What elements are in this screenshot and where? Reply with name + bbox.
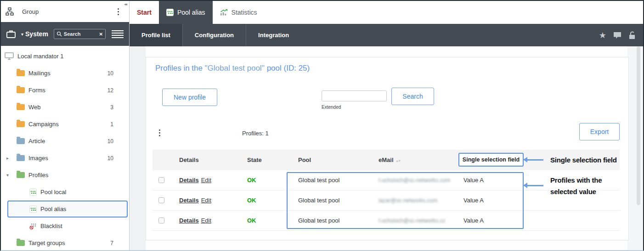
details-link[interactable]: Details (179, 177, 199, 184)
value-cell: Value A (463, 197, 528, 204)
tab-bar: Start Pool alias Statistics (130, 1, 643, 24)
subtab-integration[interactable]: Integration (246, 24, 301, 46)
subtab-configuration[interactable]: Configuration (182, 24, 246, 46)
col-details[interactable]: Details (179, 156, 247, 163)
tree-item-images[interactable]: ▸ Images 10 (1, 150, 129, 167)
star-icon[interactable]: ★ (599, 31, 606, 39)
col-pool[interactable]: Pool (298, 156, 378, 163)
export-button[interactable]: Export (579, 123, 620, 140)
row-checkbox[interactable] (158, 218, 164, 223)
pool-icon (29, 206, 37, 213)
folder-icon (17, 104, 25, 110)
sort-icons[interactable]: ▴▾ (396, 159, 401, 163)
main-panel: Profiles in the "Global test pool" pool … (130, 46, 643, 250)
collapse-chevron-icon[interactable]: ▾ (5, 173, 17, 178)
pool-cell: Global test pool (298, 177, 378, 184)
folder-icon (17, 138, 25, 144)
comment-icon[interactable] (613, 32, 621, 39)
details-link[interactable]: Details (179, 217, 199, 224)
pool-cell: Global test pool (298, 217, 378, 224)
state-badge: OK (247, 217, 298, 224)
email-cell: f.uchsloch@sc-networks.cz (378, 218, 463, 224)
scrollbar-thumb[interactable] (637, 46, 640, 205)
sub-tab-bar: Profile list Configuration Integration ★ (130, 24, 643, 46)
app-window: Group ◂◂ ▾ System ✕ (0, 0, 644, 251)
folder-icon (17, 121, 25, 127)
blacklist-icon (29, 223, 37, 230)
statistics-chart-icon (220, 9, 228, 16)
unlock-icon[interactable] (628, 31, 636, 39)
client-selector[interactable]: System (25, 30, 48, 38)
page-title: Profiles in the "Global test pool" pool … (155, 64, 310, 73)
folder-icon (17, 87, 25, 93)
search-button[interactable]: Search (391, 88, 434, 105)
extended-search-link[interactable]: Extended (322, 105, 341, 110)
row-checkbox[interactable] (158, 177, 164, 183)
table-row[interactable]: DetailsEdit OK Global test pool f.uchslo… (153, 170, 620, 190)
profiles-card: Profiles in the "Global test pool" pool … (146, 57, 629, 240)
folder-icon (17, 155, 25, 161)
sidebar-toolbar: ▾ System ✕ (1, 22, 129, 46)
edit-link[interactable]: Edit (201, 177, 211, 184)
annotation-arrow-icon (527, 159, 543, 161)
tree-item-pool-local[interactable]: Pool local (1, 184, 129, 201)
pool-name: "Global test pool" (205, 64, 265, 73)
details-link[interactable]: Details (179, 197, 199, 204)
subtab-profile-list[interactable]: Profile list (130, 24, 182, 46)
search-icon (56, 31, 62, 37)
row-checkbox[interactable] (158, 197, 164, 203)
single-selection-field-header[interactable]: Single selection field (458, 153, 524, 167)
tab-statistics[interactable]: Statistics (213, 1, 265, 24)
group-label: Group (22, 8, 39, 15)
table-row[interactable]: DetailsEdit OK Global test pool f.uchslo… (153, 211, 620, 231)
tree-item-pool-alias[interactable]: Pool alias (7, 201, 128, 218)
tree-item-campaigns[interactable]: Campaigns 1 (1, 116, 129, 133)
edit-link[interactable]: Edit (201, 197, 211, 204)
hamburger-menu-icon[interactable] (112, 30, 124, 38)
folder-icon (17, 70, 25, 76)
profiles-table: Details State Pool eMail▴▾ Single select… (153, 150, 620, 231)
edit-link[interactable]: Edit (201, 217, 211, 224)
tree-item-forms[interactable]: Forms 12 (1, 82, 129, 99)
tree-root-local-mandator[interactable]: Local mandator 1 (1, 48, 129, 65)
pool-icon (166, 9, 174, 16)
tree-item-web[interactable]: Web 3 (1, 99, 129, 116)
briefcase-icon[interactable] (6, 30, 16, 38)
pool-icon (29, 189, 37, 196)
sidebar-header: Group ◂◂ (1, 1, 129, 22)
content-area: Start Pool alias Statistics Profile list… (130, 1, 643, 250)
tree-item-mailings[interactable]: Mailings 10 (1, 65, 129, 82)
org-chart-icon (6, 7, 14, 16)
toolbar-icons: ★ (599, 24, 643, 46)
collapse-sidebar-icon[interactable]: ◂◂ (124, 2, 126, 6)
scrollbar-track (627, 46, 643, 250)
sidebar-menu-kebab-icon[interactable] (118, 8, 119, 10)
table-header-row: Details State Pool eMail▴▾ Single select… (153, 150, 620, 170)
expand-chevron-icon[interactable]: ▸ (5, 156, 17, 161)
sidebar-search-box: ✕ (54, 29, 106, 39)
folder-icon (17, 240, 25, 246)
tab-start[interactable]: Start (130, 1, 159, 24)
monitor-icon (5, 52, 14, 60)
col-email[interactable]: eMail▴▾ (378, 156, 463, 163)
profile-search-input[interactable] (322, 90, 387, 101)
new-profile-button[interactable]: New profile (162, 89, 217, 106)
folder-tree: Local mandator 1 Mailings 10 Forms 12 We… (1, 46, 129, 250)
col-state[interactable]: State (247, 156, 298, 163)
chevron-down-icon[interactable]: ▾ (21, 32, 23, 37)
pool-cell: Global test pool (298, 197, 378, 204)
email-cell: lazar@sc-networks.com (378, 197, 463, 204)
tree-item-profiles[interactable]: ▾ Profiles (1, 167, 129, 184)
value-cell: Value A (463, 177, 528, 184)
annotation-arrow-icon (527, 185, 543, 186)
clear-search-icon[interactable]: ✕ (99, 32, 102, 37)
value-cell: Value A (463, 217, 528, 224)
tree-item-blacklist[interactable]: Blacklist (1, 218, 129, 234)
list-options-kebab-icon[interactable] (159, 129, 160, 131)
tree-item-target-groups[interactable]: Target groups 7 (1, 234, 129, 250)
folder-icon (17, 172, 25, 178)
tab-pool-alias[interactable]: Pool alias (159, 1, 213, 24)
table-row[interactable]: DetailsEdit OK Global test pool lazar@sc… (153, 190, 620, 211)
tree-item-article[interactable]: Article 10 (1, 133, 129, 150)
sidebar-search-input[interactable] (64, 31, 99, 37)
